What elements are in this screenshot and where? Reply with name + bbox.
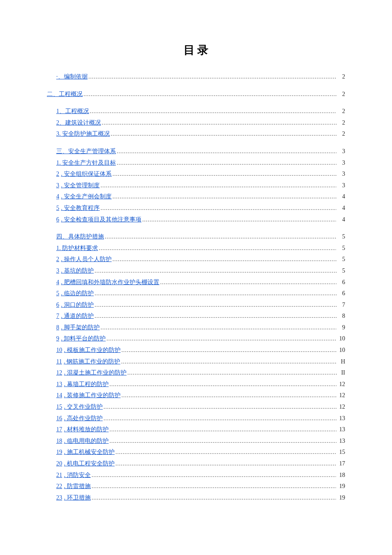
toc-item-number: 2 <box>56 256 61 262</box>
toc-item-number: 6 <box>56 302 61 308</box>
toc-link[interactable]: 21. 消防安全 <box>56 470 91 481</box>
toc-link[interactable]: 11. 钢筋施工作业的防护 <box>56 356 120 368</box>
toc-item-label: . 模板施工作业的防护 <box>64 347 121 353</box>
toc-page-number: 13 <box>337 436 345 447</box>
toc-link[interactable]: 2. 操作人员个人防护 <box>56 254 112 265</box>
toc-page-number: 2 <box>337 128 345 140</box>
toc-leader-dots <box>159 277 337 288</box>
toc-row: 二、工程概况2 <box>47 89 345 100</box>
toc-leader-dots <box>103 413 337 424</box>
toc-link[interactable]: 1. 安全生产方针及目标 <box>56 157 116 169</box>
toc-item-label: . 脚手架的防护 <box>61 324 100 331</box>
toc-item-label: . 安全教育程序 <box>61 205 100 211</box>
toc-leader-dots <box>106 334 337 344</box>
toc-leader-dots <box>103 402 337 413</box>
toc-link[interactable]: 8. 脚手架的防护 <box>56 322 100 334</box>
toc-page-number: 12 <box>337 379 345 390</box>
toc-page-number: 3 <box>337 146 345 157</box>
toc-leader-dots <box>109 436 337 447</box>
toc-link[interactable]: 5. 安全教育程序 <box>56 203 100 214</box>
toc-item-number: 18 <box>56 438 64 444</box>
toc-link[interactable]: 2、建筑设计概况 <box>56 117 101 129</box>
toc-link[interactable]: 12. 混凝土施工作业的防护 <box>56 367 127 379</box>
toc-row: 22. 防雷措施19 <box>47 481 345 492</box>
toc-link[interactable]: 1. 防护材料要求 <box>56 243 98 254</box>
toc-link[interactable]: 13. 幕墙工程的防护 <box>56 379 109 390</box>
toc-link[interactable]: 三、安全生产管理体系 <box>56 146 116 157</box>
toc-row: 13. 幕墙工程的防护12 <box>47 379 345 390</box>
toc-leader-dots <box>91 493 337 503</box>
toc-link[interactable]: 14. 装修施工作业的防护 <box>56 390 121 401</box>
toc-item-label: . 防雷措施 <box>64 483 91 489</box>
toc-link[interactable]: 23. 环卫措施 <box>56 492 91 504</box>
toc-row: 2. 操作人员个人防护5 <box>47 254 345 265</box>
toc-row: 19. 施工机械安全防护15 <box>47 447 345 458</box>
toc-leader-dots <box>94 300 337 311</box>
toc-link[interactable]: 9. 卸料平台的防护 <box>56 333 106 345</box>
toc-block: ·、编制依据2 <box>47 71 345 83</box>
toc-link[interactable]: 3. 基坑的防护 <box>56 265 94 277</box>
toc-leader-dots <box>83 89 337 100</box>
toc-item-label: . 安全组织保证体系 <box>61 171 112 177</box>
toc-link[interactable]: 22. 防雷措施 <box>56 481 91 492</box>
toc-link[interactable]: 3. 安全防护施工概况 <box>56 128 110 140</box>
toc-row: ·、编制依据2 <box>47 71 345 83</box>
toc-item-number: 3 <box>56 267 61 274</box>
toc-leader-dots <box>120 357 337 367</box>
toc-row: 2. 安全组织保证体系3 <box>47 169 345 180</box>
toc-link[interactable]: 四、具体防护措施 <box>56 231 104 243</box>
toc-item-number: 21 <box>56 472 64 478</box>
toc-item-number: 6 <box>56 216 61 223</box>
toc-page-number: 5 <box>337 254 345 265</box>
toc-link[interactable]: 19. 施工机械安全防护 <box>56 447 115 458</box>
toc-row: 15. 交叉作业防护12 <box>47 401 345 413</box>
toc-item-number: 3 <box>56 182 61 189</box>
toc-link[interactable]: 6. 洞口的防护 <box>56 299 94 311</box>
toc-item-number: 15 <box>56 404 64 410</box>
toc-item-label: . 混凝土施工作业的防护 <box>64 369 127 376</box>
toc-link[interactable]: 3. 安全管理制度 <box>56 180 100 192</box>
toc-item-number: 7 <box>56 313 61 319</box>
toc-leader-dots <box>98 243 337 254</box>
toc-link[interactable]: 18. 临电用电的防护 <box>56 436 109 447</box>
toc-leader-dots <box>127 368 337 378</box>
toc-link[interactable]: 16. 高处作业防护 <box>56 413 103 424</box>
toc-link[interactable]: 5. 临边的防护 <box>56 288 94 299</box>
toc-link[interactable]: 4. 安全生产例会制度 <box>56 191 112 203</box>
toc-link[interactable]: 二、工程概况 <box>47 89 83 100</box>
toc-link[interactable]: 10. 模板施工作业的防护 <box>56 345 121 356</box>
toc-page-number: 2 <box>337 89 345 100</box>
toc-link[interactable]: 4. 肥槽回填和外墙防水作业护头棚设置 <box>56 277 159 288</box>
toc-row: 3. 基坑的防护5 <box>47 265 345 277</box>
toc-link[interactable]: 2. 安全组织保证体系 <box>56 169 112 180</box>
toc-link[interactable]: 1、工程概况 <box>56 106 89 117</box>
toc-row: 3. 安全管理制度3 <box>47 180 345 192</box>
toc-item-label: . 卸料平台的防护 <box>61 335 106 342</box>
toc-row: 11. 钢筋施工作业的防护H <box>47 356 345 368</box>
toc-row: 7. 通道的防护8 <box>47 311 345 322</box>
toc-leader-dots <box>89 106 337 117</box>
toc-item-label: . 临电用电的防护 <box>64 438 109 444</box>
toc-link[interactable]: 20. 机电工程安全防护 <box>56 458 115 470</box>
toc-link[interactable]: 17. 材料堆放的防护 <box>56 424 109 436</box>
toc-item-label: . 机电工程安全防护 <box>64 460 115 467</box>
toc-leader-dots <box>104 232 337 242</box>
toc-link[interactable]: 15. 交叉作业防护 <box>56 401 103 413</box>
toc-row: 14. 装修施工作业的防护12 <box>47 390 345 401</box>
toc-page-number: 3 <box>337 157 345 169</box>
toc-link[interactable]: 6. 安全检查项目及其他注意事项 <box>56 214 141 226</box>
toc-item-label: . 洞口的防护 <box>61 302 94 308</box>
page-title: 目 录 <box>47 43 345 58</box>
toc-row: 6. 安全检查项目及其他注意事项4 <box>47 214 345 226</box>
toc-page-number: 17 <box>337 458 345 470</box>
toc-link[interactable]: ·、编制依据 <box>56 71 88 83</box>
toc-link[interactable]: 7. 通道的防护 <box>56 311 94 322</box>
toc-item-label: . 消防安全 <box>64 472 91 478</box>
toc-item-label: . 高处作业防护 <box>64 415 103 421</box>
toc-item-number: 17 <box>56 426 64 433</box>
toc-item-label: . 操作人员个人防护 <box>61 256 112 262</box>
toc-item-number: 5 <box>56 205 61 211</box>
toc-leader-dots <box>121 390 337 401</box>
toc-leader-dots <box>88 72 337 82</box>
toc-item-label: . 环卫措施 <box>64 494 91 501</box>
